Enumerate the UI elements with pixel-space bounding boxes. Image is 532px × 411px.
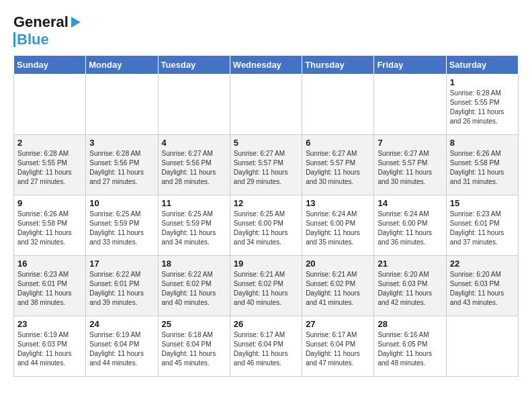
column-header-wednesday: Wednesday — [230, 56, 302, 75]
day-info: Sunrise: 6:25 AM Sunset: 5:59 PM Dayligh… — [89, 210, 154, 247]
logo-blue-text: Blue — [17, 31, 49, 48]
column-header-saturday: Saturday — [446, 56, 518, 75]
day-number: 28 — [378, 319, 442, 329]
day-cell — [302, 75, 374, 135]
day-cell: 16Sunrise: 6:23 AM Sunset: 6:01 PM Dayli… — [14, 256, 86, 316]
day-number: 24 — [89, 319, 154, 329]
day-number: 27 — [306, 319, 370, 329]
day-info: Sunrise: 6:25 AM Sunset: 6:00 PM Dayligh… — [234, 210, 298, 247]
day-info: Sunrise: 6:20 AM Sunset: 6:03 PM Dayligh… — [378, 270, 442, 308]
day-info: Sunrise: 6:22 AM Sunset: 6:02 PM Dayligh… — [162, 270, 226, 308]
day-number: 10 — [89, 198, 154, 208]
day-info: Sunrise: 6:21 AM Sunset: 6:02 PM Dayligh… — [234, 270, 298, 308]
day-info: Sunrise: 6:19 AM Sunset: 6:03 PM Dayligh… — [17, 330, 82, 368]
day-cell: 23Sunrise: 6:19 AM Sunset: 6:03 PM Dayli… — [14, 316, 86, 377]
day-info: Sunrise: 6:17 AM Sunset: 6:04 PM Dayligh… — [234, 330, 298, 368]
day-cell: 8Sunrise: 6:26 AM Sunset: 5:58 PM Daylig… — [446, 135, 518, 195]
day-number: 7 — [378, 138, 442, 148]
day-number: 13 — [306, 198, 370, 208]
day-info: Sunrise: 6:24 AM Sunset: 6:00 PM Dayligh… — [378, 210, 442, 247]
day-cell — [374, 75, 446, 135]
day-info: Sunrise: 6:24 AM Sunset: 6:00 PM Dayligh… — [306, 210, 370, 247]
day-number: 1 — [450, 77, 515, 87]
day-cell: 7Sunrise: 6:27 AM Sunset: 5:57 PM Daylig… — [374, 135, 446, 195]
logo-arrow-icon — [69, 15, 82, 29]
week-row-1: 1Sunrise: 6:28 AM Sunset: 5:55 PM Daylig… — [14, 75, 519, 135]
day-cell: 17Sunrise: 6:22 AM Sunset: 6:01 PM Dayli… — [86, 256, 158, 316]
column-header-thursday: Thursday — [302, 56, 374, 75]
day-number: 2 — [17, 138, 82, 148]
day-number: 6 — [306, 138, 370, 148]
day-number: 16 — [17, 259, 82, 269]
column-header-sunday: Sunday — [14, 56, 86, 75]
day-number: 26 — [234, 319, 298, 329]
day-number: 12 — [234, 198, 298, 208]
day-cell: 10Sunrise: 6:25 AM Sunset: 5:59 PM Dayli… — [86, 195, 158, 256]
day-cell: 6Sunrise: 6:27 AM Sunset: 5:57 PM Daylig… — [302, 135, 374, 195]
day-number: 18 — [162, 259, 226, 269]
day-cell: 14Sunrise: 6:24 AM Sunset: 6:00 PM Dayli… — [374, 195, 446, 256]
calendar-header-row: SundayMondayTuesdayWednesdayThursdayFrid… — [14, 56, 519, 75]
day-cell: 2Sunrise: 6:28 AM Sunset: 5:55 PM Daylig… — [14, 135, 86, 195]
day-cell: 22Sunrise: 6:20 AM Sunset: 6:03 PM Dayli… — [446, 256, 518, 316]
day-cell: 27Sunrise: 6:17 AM Sunset: 6:04 PM Dayli… — [302, 316, 374, 377]
day-info: Sunrise: 6:25 AM Sunset: 5:59 PM Dayligh… — [162, 210, 226, 247]
day-cell: 20Sunrise: 6:21 AM Sunset: 6:02 PM Dayli… — [302, 256, 374, 316]
week-row-2: 2Sunrise: 6:28 AM Sunset: 5:55 PM Daylig… — [14, 135, 519, 195]
day-cell: 25Sunrise: 6:18 AM Sunset: 6:04 PM Dayli… — [158, 316, 230, 377]
day-number: 14 — [378, 198, 442, 208]
week-row-4: 16Sunrise: 6:23 AM Sunset: 6:01 PM Dayli… — [14, 256, 519, 316]
day-cell: 13Sunrise: 6:24 AM Sunset: 6:00 PM Dayli… — [302, 195, 374, 256]
day-cell: 3Sunrise: 6:28 AM Sunset: 5:56 PM Daylig… — [86, 135, 158, 195]
day-number: 19 — [234, 259, 298, 269]
day-info: Sunrise: 6:26 AM Sunset: 5:58 PM Dayligh… — [17, 210, 82, 247]
day-cell: 26Sunrise: 6:17 AM Sunset: 6:04 PM Dayli… — [230, 316, 302, 377]
header-section: General Blue — [13, 13, 519, 48]
day-number: 3 — [89, 138, 154, 148]
day-number: 11 — [162, 198, 226, 208]
day-cell: 18Sunrise: 6:22 AM Sunset: 6:02 PM Dayli… — [158, 256, 230, 316]
day-info: Sunrise: 6:23 AM Sunset: 6:01 PM Dayligh… — [17, 270, 82, 308]
column-header-friday: Friday — [374, 56, 446, 75]
day-number: 15 — [450, 198, 515, 208]
day-cell: 24Sunrise: 6:19 AM Sunset: 6:04 PM Dayli… — [86, 316, 158, 377]
logo-general-text: General — [13, 13, 69, 31]
day-number: 4 — [162, 138, 226, 148]
day-cell: 1Sunrise: 6:28 AM Sunset: 5:55 PM Daylig… — [446, 75, 518, 135]
day-number: 23 — [17, 319, 82, 329]
day-number: 25 — [162, 319, 226, 329]
day-info: Sunrise: 6:22 AM Sunset: 6:01 PM Dayligh… — [89, 270, 154, 308]
column-header-tuesday: Tuesday — [158, 56, 230, 75]
day-info: Sunrise: 6:28 AM Sunset: 5:55 PM Dayligh… — [17, 149, 82, 187]
day-cell — [446, 316, 518, 377]
day-info: Sunrise: 6:18 AM Sunset: 6:04 PM Dayligh… — [162, 330, 226, 368]
day-cell: 4Sunrise: 6:27 AM Sunset: 5:56 PM Daylig… — [158, 135, 230, 195]
day-cell: 9Sunrise: 6:26 AM Sunset: 5:58 PM Daylig… — [14, 195, 86, 256]
day-info: Sunrise: 6:21 AM Sunset: 6:02 PM Dayligh… — [306, 270, 370, 308]
logo: General Blue — [13, 13, 82, 48]
day-info: Sunrise: 6:20 AM Sunset: 6:03 PM Dayligh… — [450, 270, 515, 308]
day-info: Sunrise: 6:17 AM Sunset: 6:04 PM Dayligh… — [306, 330, 370, 368]
day-cell: 12Sunrise: 6:25 AM Sunset: 6:00 PM Dayli… — [230, 195, 302, 256]
day-info: Sunrise: 6:19 AM Sunset: 6:04 PM Dayligh… — [89, 330, 154, 368]
column-header-monday: Monday — [86, 56, 158, 75]
day-number: 20 — [306, 259, 370, 269]
day-cell — [86, 75, 158, 135]
day-info: Sunrise: 6:27 AM Sunset: 5:56 PM Dayligh… — [162, 149, 226, 187]
day-cell: 15Sunrise: 6:23 AM Sunset: 6:01 PM Dayli… — [446, 195, 518, 256]
day-number: 9 — [17, 198, 82, 208]
calendar-body: 1Sunrise: 6:28 AM Sunset: 5:55 PM Daylig… — [14, 75, 519, 377]
day-info: Sunrise: 6:28 AM Sunset: 5:55 PM Dayligh… — [450, 89, 515, 126]
day-cell: 11Sunrise: 6:25 AM Sunset: 5:59 PM Dayli… — [158, 195, 230, 256]
day-number: 21 — [378, 259, 442, 269]
day-cell — [230, 75, 302, 135]
day-cell: 5Sunrise: 6:27 AM Sunset: 5:57 PM Daylig… — [230, 135, 302, 195]
day-number: 17 — [89, 259, 154, 269]
day-number: 5 — [234, 138, 298, 148]
day-cell: 28Sunrise: 6:16 AM Sunset: 6:05 PM Dayli… — [374, 316, 446, 377]
day-info: Sunrise: 6:16 AM Sunset: 6:05 PM Dayligh… — [378, 330, 442, 368]
day-number: 8 — [450, 138, 515, 148]
day-info: Sunrise: 6:27 AM Sunset: 5:57 PM Dayligh… — [306, 149, 370, 187]
day-info: Sunrise: 6:26 AM Sunset: 5:58 PM Dayligh… — [450, 149, 515, 187]
calendar-table: SundayMondayTuesdayWednesdayThursdayFrid… — [13, 55, 519, 377]
